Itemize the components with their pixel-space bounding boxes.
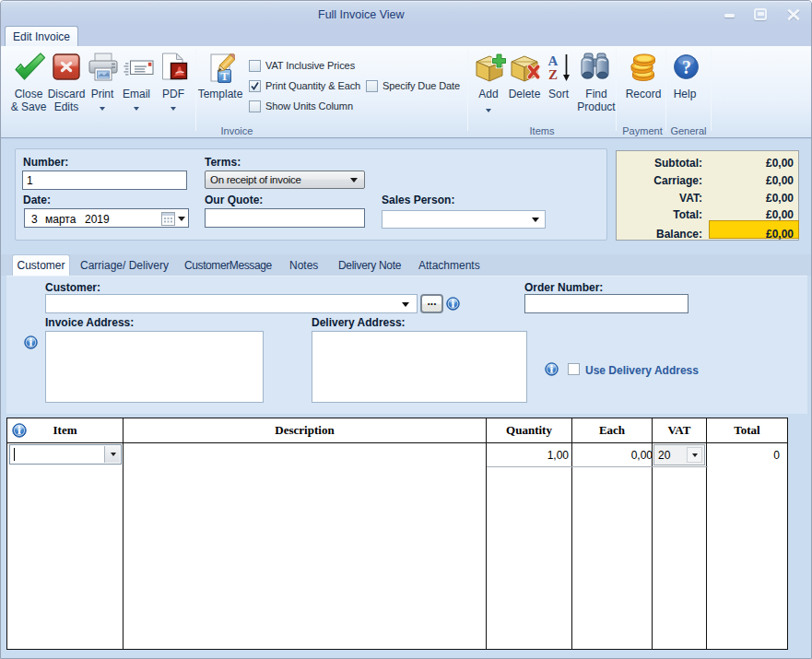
svg-text:T: T [220, 69, 229, 83]
svg-text:?: ? [682, 57, 691, 77]
svg-text:Z: Z [548, 67, 558, 82]
svg-text:A: A [548, 53, 559, 68]
